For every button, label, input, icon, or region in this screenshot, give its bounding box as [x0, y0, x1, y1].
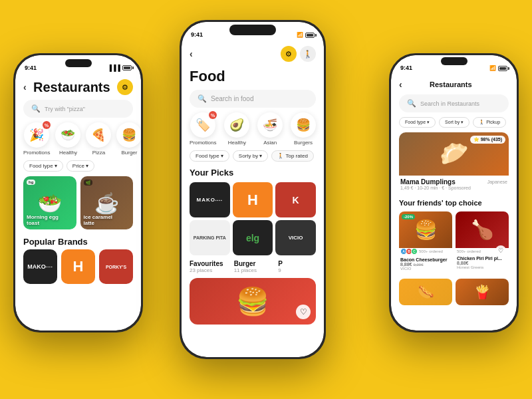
center-filters: Food type ▾ Sorty by ▾ 🚶 Top rated: [190, 150, 316, 162]
brand-orange[interactable]: H: [61, 249, 95, 284]
burger-count: 11 places: [234, 267, 272, 273]
right-status-icons: 📶: [489, 65, 507, 71]
right-wifi-icon: 📶: [489, 65, 496, 71]
burger-ordered: A B C 500+ ordered: [399, 248, 452, 256]
center-cat-burgers[interactable]: 🍔 Burgers: [291, 112, 316, 146]
search-icon: 🔍: [31, 104, 41, 113]
fries-image[interactable]: 🍟: [456, 279, 509, 305]
piri-price: 8,88€: [456, 261, 509, 265]
favourites-row: Favourites 23 places Burger 11 places P …: [190, 260, 316, 273]
right-search-icon: 🔍: [407, 99, 416, 108]
left-time: 9:41: [25, 65, 37, 71]
center-top-rated-chip[interactable]: 🚶 Top rated: [271, 150, 313, 162]
picks-grid: MAKO▪▪▪▪ H K PARKING PITA elg VICIO: [190, 182, 316, 255]
center-cat-label-promotions: Promotions: [190, 140, 216, 146]
settings-icon[interactable]: ⚙: [117, 79, 133, 95]
hotdog-section: 🌭 🍟: [399, 279, 509, 305]
right-back-arrow[interactable]: ‹: [399, 79, 402, 90]
left-search-placeholder: Try with "pizza": [45, 106, 85, 112]
center-settings-icon[interactable]: ⚙: [281, 46, 297, 62]
burger-label: Bacon Cheeseburger: [399, 256, 452, 262]
cat-label-healthy: Healthy: [59, 150, 77, 156]
center-search-icon: 🔍: [198, 94, 207, 103]
center-screen: 9:41 📶 ‹ ⚙ 🚶 Food 🔍 Search in food: [182, 22, 324, 357]
center-person-icon[interactable]: 🚶: [300, 46, 316, 62]
left-content: ‹ Restaurants ⚙ 🔍 Try with "pizza" 🎉% Pr…: [15, 74, 141, 331]
brand-mako[interactable]: MAKO▪▪▪▪: [23, 249, 57, 284]
signal-icon: ▐▐▐: [108, 65, 120, 71]
card-salad[interactable]: 🥗 hg Morning eggtoast: [23, 176, 76, 229]
back-arrow-icon[interactable]: ‹: [23, 82, 27, 92]
right-search-placeholder: Search in Restaurants: [420, 100, 479, 107]
left-page-title: Restaurants: [33, 80, 110, 95]
discount-tag: -20%: [402, 214, 415, 219]
center-search-placeholder: Search in food: [211, 95, 254, 102]
brand-porkys[interactable]: PORKY'S: [99, 249, 133, 284]
center-cat-promotions[interactable]: 🏷️% Promotions: [190, 112, 216, 146]
center-section-title: Your Picks: [190, 168, 316, 178]
burger-title: Burger: [234, 260, 272, 267]
food-banner[interactable]: 🍔 ♡: [190, 278, 316, 325]
center-cat-healthy[interactable]: 🥑 Healthy: [224, 112, 249, 146]
burger-card[interactable]: 🍔 -20% A B C 500+ ordered Bacon Cheesebu…: [399, 211, 452, 273]
center-food-type-chip[interactable]: Food type ▾: [190, 150, 229, 162]
phone-right: 9:41 📶 ‹ Restaurants 🔍 Search in Restaur…: [389, 53, 519, 332]
restaurant-name: Mama Dumplings: [400, 178, 456, 186]
center-cat-asian[interactable]: 🍜 Asian: [257, 112, 283, 146]
hotdog-image[interactable]: 🌭: [399, 279, 452, 305]
price-chip[interactable]: Price ▾: [66, 160, 94, 172]
center-sorty-chip[interactable]: Sorty by ▾: [233, 150, 269, 162]
piri-card[interactable]: 🍗 ♡ 500+ ordered Chicken Piri Piri pl...…: [456, 211, 509, 273]
left-status-icons: ▐▐▐: [108, 65, 132, 71]
card-restaurant-acai: 🌿: [84, 180, 92, 186]
center-cat-label-burgers: Burgers: [294, 140, 313, 146]
heart-icon[interactable]: ♡: [296, 305, 311, 319]
cat-healthy[interactable]: 🥗 Healthy: [55, 122, 80, 156]
popular-brands-section: Popular Brands MAKO▪▪▪▪ H PORKY'S: [23, 235, 133, 284]
right-sort-chip[interactable]: Sort by ▾: [439, 117, 469, 128]
left-categories: 🎉% Promotions 🥗 Healthy 🍕 Pizza 🍔 Burger: [23, 122, 133, 156]
center-status-bar: 9:41 📶: [182, 22, 324, 41]
left-filters: Food type ▾ Price ▾: [23, 160, 133, 172]
mama-dumplings-card[interactable]: 🥟 ⭐ 98% (435) Mama Dumplings Japanese 1,…: [399, 132, 509, 193]
center-back-arrow[interactable]: ‹: [190, 49, 193, 59]
center-status-icons: 📶: [297, 32, 315, 38]
cat-burger[interactable]: 🍔 Burger: [116, 122, 141, 156]
friends-section-title: Your friends' top choice: [399, 199, 509, 207]
piri-heart-icon[interactable]: ♡: [495, 245, 506, 256]
center-asian-emoji: 🍜: [257, 112, 283, 138]
pick-pita[interactable]: PARKING PITA: [190, 220, 230, 255]
left-header-icons: ⚙: [117, 79, 133, 95]
piri-restaurant: Honest Greens: [456, 265, 509, 271]
pick-vicio[interactable]: VICIO: [275, 220, 316, 255]
right-food-type-chip[interactable]: Food type ▾: [399, 117, 436, 128]
restaurant-meta: 1,49 € · 10-20 min · € · Sponsored: [400, 186, 507, 190]
center-search-bar[interactable]: 🔍 Search in food: [190, 90, 316, 108]
left-header: ‹ Restaurants ⚙: [23, 79, 133, 95]
left-cards: 🥗 hg Morning eggtoast ☕ 🌿 ice caramellat…: [23, 176, 133, 229]
favourites-count: 23 places: [190, 267, 227, 273]
right-pickup-chip[interactable]: 🚶 Pickup: [473, 117, 506, 128]
p-title: P: [278, 260, 316, 267]
right-search-bar[interactable]: 🔍 Search in Restaurants: [399, 94, 509, 112]
cat-promotions[interactable]: 🎉% Promotions: [23, 122, 50, 156]
p-group: P 9: [278, 260, 316, 273]
phone-left: 9:41 ▐▐▐ ‹ Restaurants ⚙ 🔍 Try with "piz…: [13, 53, 143, 332]
p-count: 9: [278, 267, 316, 273]
center-page-title: Food: [190, 68, 316, 85]
right-header: ‹ Restaurants: [399, 79, 509, 90]
food-type-chip[interactable]: Food type ▾: [23, 160, 63, 172]
left-search-bar[interactable]: 🔍 Try with "pizza": [23, 100, 133, 118]
pick-orange[interactable]: H: [233, 182, 273, 217]
restaurant-type: Japanese: [487, 180, 507, 184]
piri-image: 🍗: [456, 211, 509, 248]
pick-mako[interactable]: MAKO▪▪▪▪: [190, 182, 230, 217]
burger-emoji: 🍔: [116, 122, 141, 148]
favourites-group: Favourites 23 places: [190, 260, 227, 273]
rating-value: ⭐: [473, 137, 479, 142]
pick-elg[interactable]: elg: [233, 220, 273, 255]
burger-group: Burger 11 places: [234, 260, 272, 273]
card-coffee[interactable]: ☕ 🌿 ice caramellatte: [80, 176, 134, 229]
cat-pizza[interactable]: 🍕 Pizza: [86, 122, 111, 156]
pick-k[interactable]: K: [275, 182, 316, 217]
